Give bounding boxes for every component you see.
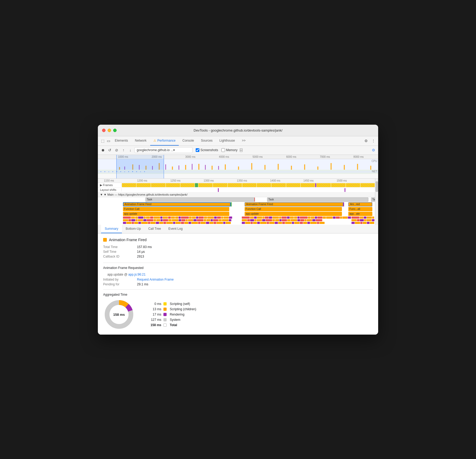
svg-rect-30 xyxy=(100,171,101,172)
more-icon[interactable]: ⋮ xyxy=(371,138,376,143)
svg-rect-93 xyxy=(229,219,231,221)
svg-rect-47 xyxy=(146,217,150,219)
app-update-block-2[interactable]: app.update xyxy=(245,212,342,216)
svg-rect-112 xyxy=(198,222,200,224)
svg-rect-16 xyxy=(331,163,332,170)
capture-icon[interactable]: ⌸ xyxy=(239,147,244,153)
initiated-by-link[interactable]: Request Animation Frame xyxy=(137,278,373,281)
svg-rect-132 xyxy=(294,217,297,219)
svg-rect-179 xyxy=(300,222,303,224)
selected-region xyxy=(116,155,164,178)
maximize-button[interactable] xyxy=(113,129,117,132)
screenshots-checkbox-label[interactable]: Screenshots xyxy=(196,148,218,152)
task-block-2[interactable]: Task xyxy=(267,197,368,202)
func-call-block-1[interactable]: Function Call xyxy=(123,207,229,211)
svg-rect-175 xyxy=(282,222,285,224)
self-time-label: Self Time xyxy=(103,250,135,254)
flame-chart-section: 1150 ms 1200 ms 1250 ms 1300 ms 1350 ms … xyxy=(98,179,378,225)
svg-rect-136 xyxy=(311,217,315,219)
legend-label-1: Scripting (children) xyxy=(170,307,196,311)
frames-content xyxy=(122,183,375,187)
download-button[interactable]: ↓ xyxy=(127,147,133,153)
tab-call-tree[interactable]: Call Tree xyxy=(145,225,165,233)
flame-mark-1150: 1150 ms xyxy=(104,179,114,182)
svg-rect-118 xyxy=(223,222,225,224)
flame-mark-1450: 1450 ms xyxy=(303,179,313,182)
warn-icon: ⚠ xyxy=(153,139,156,142)
frames-bar xyxy=(122,183,375,187)
frame-item xyxy=(213,183,227,187)
timeline-overview[interactable]: 1000 ms 2000 ms 3000 ms 4000 ms 5000 ms … xyxy=(98,155,378,179)
anim-frame-block-2[interactable]: Animation Frame Fired xyxy=(245,202,344,206)
svg-rect-85 xyxy=(194,219,197,221)
inspect-icon[interactable]: ⬚ xyxy=(100,138,105,143)
svg-rect-190 xyxy=(351,219,357,221)
record-button[interactable]: ⏺ xyxy=(100,147,106,153)
svg-rect-138 xyxy=(317,217,323,219)
svg-rect-19 xyxy=(370,166,371,170)
anim-frame-content: Animation Frame Fired Animation Frame Fi… xyxy=(122,202,375,207)
minimize-button[interactable] xyxy=(108,129,111,132)
svg-rect-159 xyxy=(298,219,300,221)
tab-elements[interactable]: Elements xyxy=(112,136,131,146)
anim-frame-block-1[interactable]: Animation Frame Fired xyxy=(123,202,231,206)
svg-rect-82 xyxy=(181,219,185,221)
ruler-mark-3000: 3000 ms xyxy=(185,155,195,158)
frame-item xyxy=(331,183,345,187)
svg-rect-157 xyxy=(287,219,290,221)
settings-icon[interactable]: ⚙ xyxy=(363,138,369,143)
svg-rect-162 xyxy=(307,219,312,221)
flame-chart-scrollbar[interactable] xyxy=(375,179,378,225)
tab-network[interactable]: Network xyxy=(132,136,150,146)
cpu-label: CPU xyxy=(372,160,377,163)
frame-item xyxy=(360,183,375,187)
app-js-link[interactable]: app.js:96:21 xyxy=(128,273,145,276)
svg-rect-105 xyxy=(166,222,173,224)
legend-table: 0 ms Scripting (self) 13 ms Scripting (c… xyxy=(145,302,196,327)
total-time-label: Total Time xyxy=(103,245,135,249)
svg-rect-116 xyxy=(214,222,216,224)
ruler-mark-5000: 5000 ms xyxy=(253,155,263,158)
task-block-1[interactable]: Task xyxy=(145,197,254,202)
anim-frame-block-3[interactable]: Ani...red xyxy=(348,202,372,206)
aggregated-section: 158 ms 0 ms Scripting (self) 13 ms Scrip… xyxy=(103,299,373,330)
svg-rect-89 xyxy=(211,219,213,221)
upload-button[interactable]: ↑ xyxy=(121,147,126,153)
screenshots-checkbox[interactable] xyxy=(196,148,199,152)
summary-title-row: Animation Frame Fired xyxy=(103,238,373,242)
tab-lighthouse[interactable]: Lighthouse xyxy=(216,136,238,146)
app-update-block-1[interactable]: app.update xyxy=(123,212,229,216)
app-update-content: app.update app.update app...ate xyxy=(122,212,375,216)
device-icon[interactable]: ▭ xyxy=(106,138,111,143)
tab-performance[interactable]: ⚠ Performance xyxy=(150,136,179,146)
main-section-header[interactable]: ▼ ▼ Main — https://googlechrome.github.i… xyxy=(98,192,375,197)
tab-sources[interactable]: Sources xyxy=(198,136,216,146)
settings-gear-icon[interactable]: ⚙ xyxy=(371,147,376,153)
memory-checkbox-label[interactable]: Memory xyxy=(221,148,237,152)
tab-event-log[interactable]: Event Log xyxy=(165,225,186,233)
settings-gear[interactable]: ⚙ xyxy=(371,147,376,153)
task-block-3[interactable]: Task xyxy=(371,197,375,202)
svg-rect-117 xyxy=(217,222,223,224)
memory-checkbox[interactable] xyxy=(221,148,225,152)
reload-button[interactable]: ↺ xyxy=(107,147,113,153)
app-update-block-3[interactable]: app...ate xyxy=(348,212,372,216)
svg-rect-164 xyxy=(316,219,322,221)
frame-item-purple xyxy=(315,183,316,187)
tab-bottom-up[interactable]: Bottom-Up xyxy=(122,225,144,233)
frames-label[interactable]: ▶ Frames xyxy=(98,183,122,187)
tab-console[interactable]: Console xyxy=(179,136,197,146)
pending-for-row: Pending for 29.1 ms xyxy=(103,282,373,286)
tab-more[interactable]: >> xyxy=(239,136,249,146)
task-row-content: Task Task Task xyxy=(122,197,375,202)
func-call-block-2[interactable]: Function Call xyxy=(245,207,342,211)
close-button[interactable] xyxy=(102,129,106,132)
tab-summary[interactable]: Summary xyxy=(101,225,122,233)
func-call-block-3[interactable]: Func...all xyxy=(348,207,372,211)
clear-button[interactable]: ⊘ xyxy=(114,147,120,153)
legend-label-0: Scripting (self) xyxy=(170,302,196,306)
svg-rect-111 xyxy=(191,222,198,224)
svg-rect-115 xyxy=(209,222,213,224)
svg-rect-187 xyxy=(364,217,367,219)
scrollbar-thumb[interactable] xyxy=(376,181,378,192)
